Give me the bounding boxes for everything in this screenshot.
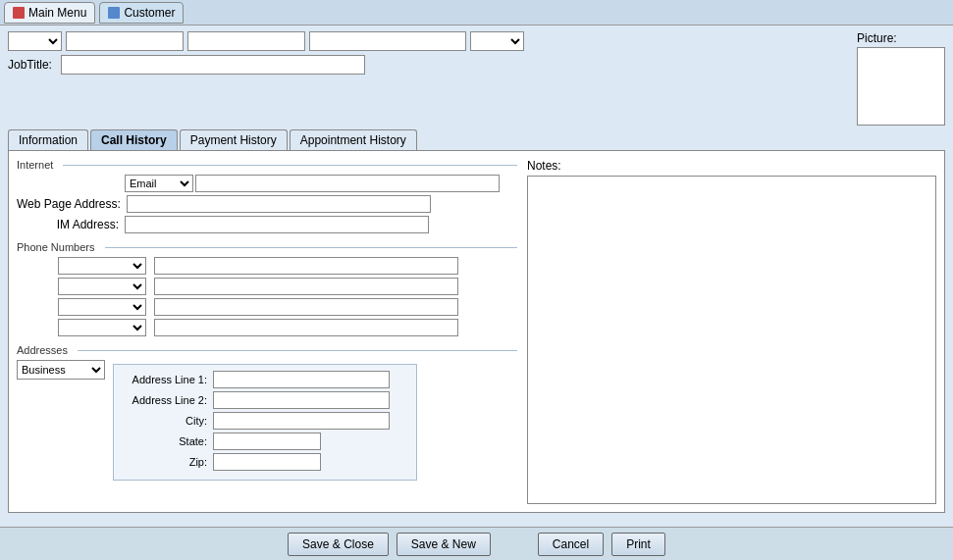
email-row: Email bbox=[17, 175, 517, 192]
tabs-row: Information Call History Payment History… bbox=[8, 129, 945, 150]
addr-line2-label: Address Line 2: bbox=[120, 394, 213, 406]
addr-line1-label: Address Line 1: bbox=[120, 374, 213, 385]
cancel-button[interactable]: Cancel bbox=[538, 533, 604, 556]
phone-row-4 bbox=[17, 319, 517, 336]
phone-row-2 bbox=[17, 278, 517, 295]
phone-input-4[interactable] bbox=[154, 319, 458, 336]
phone-section-title: Phone Numbers bbox=[17, 241, 517, 253]
addr-state-input[interactable] bbox=[213, 433, 321, 450]
tab-call-history[interactable]: Call History bbox=[90, 129, 178, 150]
addr-city-label: City: bbox=[120, 415, 213, 427]
internet-section: Internet Email Web Page Address: IM Ad bbox=[17, 159, 517, 233]
phone-type-2[interactable] bbox=[58, 278, 146, 295]
top-section: JobTitle: Picture: bbox=[8, 31, 945, 126]
top-field1[interactable] bbox=[66, 31, 184, 51]
addr-city-row: City: bbox=[120, 412, 410, 430]
addr-line2-row: Address Line 2: bbox=[120, 391, 410, 409]
webpage-label: Web Page Address: bbox=[17, 197, 127, 211]
picture-section: Picture: bbox=[857, 31, 945, 126]
picture-box bbox=[857, 47, 945, 126]
top-row bbox=[8, 31, 837, 51]
top-dropdown1[interactable] bbox=[8, 31, 62, 51]
phone-type-3[interactable] bbox=[58, 298, 146, 316]
jobtitle-label: JobTitle: bbox=[8, 58, 57, 72]
phone-input-3[interactable] bbox=[154, 298, 458, 316]
notes-label: Notes: bbox=[527, 159, 936, 173]
addr-city-input[interactable] bbox=[213, 412, 390, 430]
notes-textarea[interactable] bbox=[527, 176, 936, 504]
top-field2[interactable] bbox=[187, 31, 305, 51]
tab-payment-history[interactable]: Payment History bbox=[180, 129, 288, 150]
main-menu-label: Main Menu bbox=[28, 6, 86, 20]
phone-input-1[interactable] bbox=[154, 257, 458, 275]
picture-label: Picture: bbox=[857, 31, 897, 45]
phone-section: Phone Numbers bbox=[17, 241, 517, 336]
address-section-title: Addresses bbox=[17, 344, 517, 356]
address-type-select[interactable]: Business bbox=[17, 360, 105, 380]
phone-type-4[interactable] bbox=[58, 319, 146, 336]
tab-content: Internet Email Web Page Address: IM Ad bbox=[8, 150, 945, 513]
right-panel: Notes: bbox=[527, 159, 936, 504]
save-new-button[interactable]: Save & New bbox=[397, 533, 491, 556]
top-dropdown2[interactable] bbox=[470, 31, 524, 51]
internet-section-title: Internet bbox=[17, 159, 517, 171]
addr-zip-row: Zip: bbox=[120, 453, 410, 471]
im-label: IM Address: bbox=[17, 218, 125, 231]
email-input[interactable] bbox=[195, 175, 500, 192]
phone-type-1[interactable] bbox=[58, 257, 146, 275]
im-input[interactable] bbox=[125, 216, 429, 233]
customer-tab-icon bbox=[108, 7, 120, 19]
phone-row-1 bbox=[17, 257, 517, 275]
email-type-select[interactable]: Email bbox=[125, 175, 193, 192]
addr-zip-label: Zip: bbox=[120, 456, 213, 468]
tab-appointment-history[interactable]: Appointment History bbox=[290, 129, 417, 150]
top-field3[interactable] bbox=[309, 31, 466, 51]
left-panel: Internet Email Web Page Address: IM Ad bbox=[17, 159, 517, 504]
main-area: JobTitle: Picture: Information Call Hist… bbox=[0, 25, 953, 527]
bottom-bar: Save & Close Save & New Cancel Print bbox=[0, 527, 953, 560]
save-close-button[interactable]: Save & Close bbox=[288, 533, 389, 556]
customer-tab[interactable]: Customer bbox=[99, 2, 184, 24]
addr-state-row: State: bbox=[120, 433, 410, 450]
phone-row-3 bbox=[17, 298, 517, 316]
customer-tab-label: Customer bbox=[124, 6, 175, 20]
title-bar: Main Menu Customer bbox=[0, 0, 953, 25]
addr-zip-input[interactable] bbox=[213, 453, 321, 471]
tab-information[interactable]: Information bbox=[8, 129, 88, 150]
print-button[interactable]: Print bbox=[611, 533, 665, 556]
top-fields: JobTitle: bbox=[8, 31, 837, 75]
address-section: Addresses Business Address Line 1: Addre… bbox=[17, 344, 517, 481]
jobtitle-row: JobTitle: bbox=[8, 55, 837, 75]
jobtitle-input[interactable] bbox=[61, 55, 365, 75]
addr-line2-input[interactable] bbox=[213, 391, 390, 409]
webpage-input[interactable] bbox=[127, 195, 431, 213]
addr-line1-input[interactable] bbox=[213, 371, 390, 388]
main-menu-tab[interactable]: Main Menu bbox=[4, 2, 95, 24]
webpage-row: Web Page Address: bbox=[17, 195, 517, 213]
phone-input-2[interactable] bbox=[154, 278, 458, 295]
main-menu-icon bbox=[13, 7, 25, 19]
addr-line1-row: Address Line 1: bbox=[120, 371, 410, 388]
addr-state-label: State: bbox=[120, 435, 213, 447]
im-row: IM Address: bbox=[17, 216, 517, 233]
address-box: Address Line 1: Address Line 2: City: bbox=[113, 364, 417, 481]
